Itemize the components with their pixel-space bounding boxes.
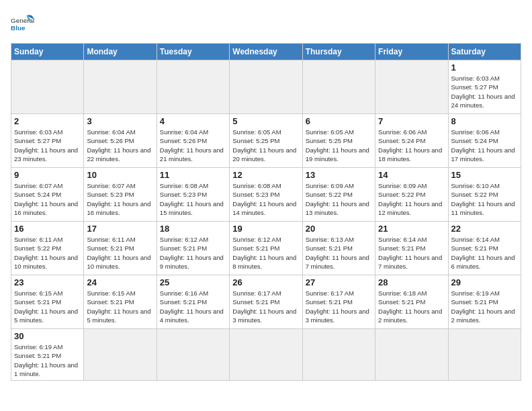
day-number: 30 [14, 331, 81, 341]
day-info: Sunrise: 6:15 AM Sunset: 5:21 PM Dayligh… [14, 289, 81, 324]
calendar-cell: 22Sunrise: 6:14 AM Sunset: 5:21 PM Dayli… [448, 222, 521, 275]
day-number: 21 [378, 224, 445, 234]
day-info: Sunrise: 6:14 AM Sunset: 5:21 PM Dayligh… [378, 235, 445, 271]
calendar-cell [157, 329, 229, 381]
calendar-cell [375, 60, 448, 114]
svg-text:Blue: Blue [11, 24, 26, 32]
day-info: Sunrise: 6:09 AM Sunset: 5:22 PM Dayligh… [378, 181, 445, 217]
day-number: 12 [232, 170, 299, 180]
day-info: Sunrise: 6:19 AM Sunset: 5:21 PM Dayligh… [14, 342, 81, 378]
calendar-cell: 21Sunrise: 6:14 AM Sunset: 5:21 PM Dayli… [375, 222, 448, 275]
calendar-cell [375, 329, 448, 381]
day-number: 9 [14, 170, 81, 180]
day-number: 24 [87, 277, 153, 287]
day-number: 28 [378, 277, 445, 287]
day-info: Sunrise: 6:06 AM Sunset: 5:24 PM Dayligh… [451, 128, 518, 163]
day-info: Sunrise: 6:04 AM Sunset: 5:26 PM Dayligh… [87, 128, 153, 163]
calendar-cell: 8Sunrise: 6:06 AM Sunset: 5:24 PM Daylig… [448, 114, 521, 168]
day-number: 4 [160, 116, 226, 126]
calendar-cell: 11Sunrise: 6:08 AM Sunset: 5:23 PM Dayli… [157, 168, 229, 222]
day-info: Sunrise: 6:17 AM Sunset: 5:21 PM Dayligh… [306, 289, 372, 324]
calendar-cell: 25Sunrise: 6:16 AM Sunset: 5:21 PM Dayli… [157, 275, 229, 329]
day-number: 19 [232, 224, 299, 234]
day-info: Sunrise: 6:08 AM Sunset: 5:23 PM Dayligh… [232, 181, 299, 217]
day-number: 15 [451, 170, 518, 180]
day-info: Sunrise: 6:15 AM Sunset: 5:21 PM Dayligh… [87, 289, 153, 324]
calendar-cell [84, 60, 157, 114]
calendar-cell: 4Sunrise: 6:04 AM Sunset: 5:26 PM Daylig… [157, 114, 229, 168]
day-info: Sunrise: 6:06 AM Sunset: 5:24 PM Dayligh… [378, 128, 445, 163]
day-info: Sunrise: 6:13 AM Sunset: 5:21 PM Dayligh… [306, 235, 372, 271]
calendar-cell [157, 60, 229, 114]
day-number: 27 [306, 277, 372, 287]
day-info: Sunrise: 6:07 AM Sunset: 5:24 PM Dayligh… [14, 181, 81, 217]
day-info: Sunrise: 6:03 AM Sunset: 5:27 PM Dayligh… [451, 74, 518, 109]
calendar-cell: 15Sunrise: 6:10 AM Sunset: 5:22 PM Dayli… [448, 168, 521, 222]
day-number: 5 [232, 116, 299, 126]
day-info: Sunrise: 6:03 AM Sunset: 5:27 PM Dayligh… [14, 128, 81, 163]
day-number: 26 [232, 277, 299, 287]
day-info: Sunrise: 6:05 AM Sunset: 5:25 PM Dayligh… [232, 128, 299, 163]
calendar-cell: 28Sunrise: 6:18 AM Sunset: 5:21 PM Dayli… [375, 275, 448, 329]
calendar-cell [11, 60, 84, 114]
day-number: 10 [87, 170, 153, 180]
day-number: 16 [14, 224, 81, 234]
calendar-cell: 20Sunrise: 6:13 AM Sunset: 5:21 PM Dayli… [302, 222, 375, 275]
day-number: 3 [87, 116, 153, 126]
day-info: Sunrise: 6:09 AM Sunset: 5:22 PM Dayligh… [306, 181, 372, 217]
calendar-cell: 13Sunrise: 6:09 AM Sunset: 5:22 PM Dayli… [302, 168, 375, 222]
calendar-cell [84, 329, 157, 381]
calendar-cell [302, 329, 375, 381]
calendar-cell: 27Sunrise: 6:17 AM Sunset: 5:21 PM Dayli… [302, 275, 375, 329]
day-info: Sunrise: 6:12 AM Sunset: 5:21 PM Dayligh… [160, 235, 226, 271]
calendar-cell [302, 60, 375, 114]
weekday-header-tuesday: Tuesday [157, 44, 229, 60]
weekday-header-thursday: Thursday [302, 44, 375, 60]
calendar-cell: 5Sunrise: 6:05 AM Sunset: 5:25 PM Daylig… [230, 114, 302, 168]
calendar-cell [448, 329, 521, 381]
day-info: Sunrise: 6:18 AM Sunset: 5:21 PM Dayligh… [378, 289, 445, 324]
day-number: 23 [14, 277, 81, 287]
calendar-cell: 12Sunrise: 6:08 AM Sunset: 5:23 PM Dayli… [230, 168, 302, 222]
calendar-cell: 24Sunrise: 6:15 AM Sunset: 5:21 PM Dayli… [84, 275, 157, 329]
calendar-cell: 10Sunrise: 6:07 AM Sunset: 5:23 PM Dayli… [84, 168, 157, 222]
calendar-cell: 9Sunrise: 6:07 AM Sunset: 5:24 PM Daylig… [11, 168, 84, 222]
day-number: 29 [451, 277, 518, 287]
day-number: 13 [306, 170, 372, 180]
weekday-header-wednesday: Wednesday [230, 44, 302, 60]
day-info: Sunrise: 6:12 AM Sunset: 5:21 PM Dayligh… [232, 235, 299, 271]
calendar-cell: 1Sunrise: 6:03 AM Sunset: 5:27 PM Daylig… [448, 60, 521, 114]
day-info: Sunrise: 6:04 AM Sunset: 5:26 PM Dayligh… [160, 128, 226, 163]
day-info: Sunrise: 6:14 AM Sunset: 5:21 PM Dayligh… [451, 235, 518, 271]
calendar-cell: 7Sunrise: 6:06 AM Sunset: 5:24 PM Daylig… [375, 114, 448, 168]
calendar-cell [230, 329, 302, 381]
calendar-cell: 16Sunrise: 6:11 AM Sunset: 5:22 PM Dayli… [11, 222, 84, 275]
weekday-header-monday: Monday [84, 44, 157, 60]
day-info: Sunrise: 6:16 AM Sunset: 5:21 PM Dayligh… [160, 289, 226, 324]
day-info: Sunrise: 6:17 AM Sunset: 5:21 PM Dayligh… [232, 289, 299, 324]
weekday-header-friday: Friday [375, 44, 448, 60]
day-info: Sunrise: 6:05 AM Sunset: 5:25 PM Dayligh… [306, 128, 372, 163]
calendar-cell: 18Sunrise: 6:12 AM Sunset: 5:21 PM Dayli… [157, 222, 229, 275]
day-number: 22 [451, 224, 518, 234]
day-number: 17 [87, 224, 153, 234]
page-header: General Blue [11, 11, 521, 35]
calendar-cell: 2Sunrise: 6:03 AM Sunset: 5:27 PM Daylig… [11, 114, 84, 168]
calendar-cell [230, 60, 302, 114]
day-number: 8 [451, 116, 518, 126]
calendar-cell: 23Sunrise: 6:15 AM Sunset: 5:21 PM Dayli… [11, 275, 84, 329]
day-info: Sunrise: 6:11 AM Sunset: 5:21 PM Dayligh… [87, 235, 153, 271]
day-number: 20 [306, 224, 372, 234]
calendar-cell: 19Sunrise: 6:12 AM Sunset: 5:21 PM Dayli… [230, 222, 302, 275]
calendar-table: SundayMondayTuesdayWednesdayThursdayFrid… [11, 43, 521, 381]
svg-text:General: General [11, 17, 34, 24]
day-info: Sunrise: 6:07 AM Sunset: 5:23 PM Dayligh… [87, 181, 153, 217]
weekday-header-sunday: Sunday [11, 44, 84, 60]
calendar-cell: 14Sunrise: 6:09 AM Sunset: 5:22 PM Dayli… [375, 168, 448, 222]
calendar-cell: 26Sunrise: 6:17 AM Sunset: 5:21 PM Dayli… [230, 275, 302, 329]
day-number: 1 [451, 62, 518, 73]
calendar-cell: 30Sunrise: 6:19 AM Sunset: 5:21 PM Dayli… [11, 329, 84, 381]
day-info: Sunrise: 6:10 AM Sunset: 5:22 PM Dayligh… [451, 181, 518, 217]
day-number: 14 [378, 170, 445, 180]
logo-icon: General Blue [11, 11, 35, 35]
